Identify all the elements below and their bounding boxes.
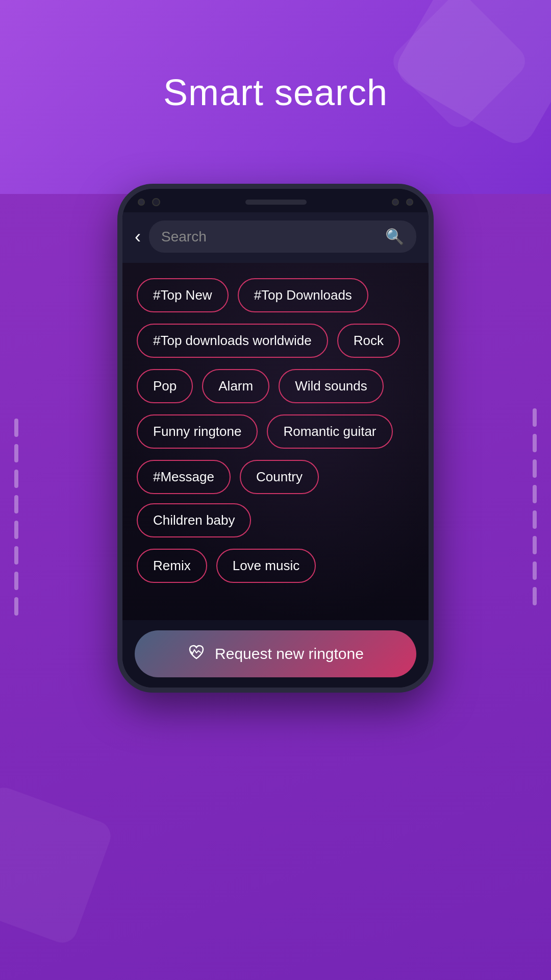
tag-rock[interactable]: Rock bbox=[337, 324, 400, 358]
tags-container: #Top New #Top Downloads #Top downloads w… bbox=[137, 278, 414, 583]
tag-romantic-guitar[interactable]: Romantic guitar bbox=[267, 414, 392, 449]
phone-mockup: ‹ Search 🔍 #Top New #Top Downloads #Top … bbox=[117, 184, 434, 693]
dash bbox=[533, 561, 537, 580]
tag-country[interactable]: Country bbox=[240, 460, 319, 494]
back-button[interactable]: ‹ bbox=[135, 228, 141, 246]
dash bbox=[14, 470, 18, 488]
speaker-bar bbox=[245, 200, 307, 205]
dash bbox=[533, 485, 537, 503]
tags-row-6: Remix Love music bbox=[137, 549, 414, 583]
phone-frame: ‹ Search 🔍 #Top New #Top Downloads #Top … bbox=[117, 184, 434, 693]
dash bbox=[14, 546, 18, 565]
tag-wild-sounds[interactable]: Wild sounds bbox=[279, 369, 384, 403]
dash bbox=[14, 597, 18, 616]
tag-funny-ringtone[interactable]: Funny ringtone bbox=[137, 414, 258, 449]
phone-sensor-bar bbox=[122, 189, 429, 212]
sensor-dot-1 bbox=[138, 199, 145, 206]
tag-pop[interactable]: Pop bbox=[137, 369, 193, 403]
search-input-wrapper[interactable]: Search 🔍 bbox=[149, 220, 416, 253]
search-bar: ‹ Search 🔍 bbox=[122, 212, 429, 263]
tags-row-4: Funny ringtone Romantic guitar bbox=[137, 414, 414, 449]
phone-sensors-left bbox=[138, 198, 160, 206]
tag-remix[interactable]: Remix bbox=[137, 549, 207, 583]
request-ringtone-button[interactable]: Request new ringtone bbox=[135, 630, 416, 677]
sensor-dot-2 bbox=[392, 199, 399, 206]
deco-dashes-left bbox=[14, 419, 18, 616]
tag-love-music[interactable]: Love music bbox=[216, 549, 316, 583]
svg-line-4 bbox=[198, 651, 201, 652]
request-button-label: Request new ringtone bbox=[215, 645, 364, 663]
dash bbox=[14, 521, 18, 539]
search-placeholder: Search bbox=[161, 229, 207, 245]
tag-children-baby[interactable]: Children baby bbox=[137, 503, 251, 537]
sensor-dot-3 bbox=[406, 199, 413, 206]
search-icon: 🔍 bbox=[385, 228, 404, 246]
dash bbox=[533, 408, 537, 427]
svg-line-1 bbox=[192, 650, 194, 654]
tags-row-5: #Message Country Children baby bbox=[137, 460, 414, 537]
dash bbox=[14, 495, 18, 513]
request-icon bbox=[187, 643, 206, 665]
dash bbox=[533, 510, 537, 529]
dash bbox=[533, 587, 537, 605]
svg-line-2 bbox=[194, 650, 196, 653]
phone-sensors-right bbox=[392, 199, 413, 206]
tags-row-3: Pop Alarm Wild sounds bbox=[137, 369, 414, 403]
dash bbox=[14, 444, 18, 462]
tags-row-1: #Top New #Top Downloads bbox=[137, 278, 414, 312]
deco-dashes-right bbox=[533, 408, 537, 605]
dash bbox=[533, 536, 537, 554]
phone-bottom-bar: Request new ringtone bbox=[122, 620, 429, 688]
dash bbox=[533, 459, 537, 478]
tag-alarm[interactable]: Alarm bbox=[202, 369, 269, 403]
tag-top-downloads[interactable]: #Top Downloads bbox=[238, 278, 368, 312]
phone-content: #Top New #Top Downloads #Top downloads w… bbox=[122, 263, 429, 620]
page-title: Smart search bbox=[0, 71, 551, 113]
tag-message[interactable]: #Message bbox=[137, 460, 231, 494]
tag-top-new[interactable]: #Top New bbox=[137, 278, 229, 312]
tags-row-2: #Top downloads worldwide Rock bbox=[137, 324, 414, 358]
sensor-camera bbox=[152, 198, 160, 206]
dash bbox=[533, 434, 537, 452]
dash bbox=[14, 419, 18, 437]
tag-top-downloads-worldwide[interactable]: #Top downloads worldwide bbox=[137, 324, 328, 358]
dash bbox=[14, 572, 18, 590]
